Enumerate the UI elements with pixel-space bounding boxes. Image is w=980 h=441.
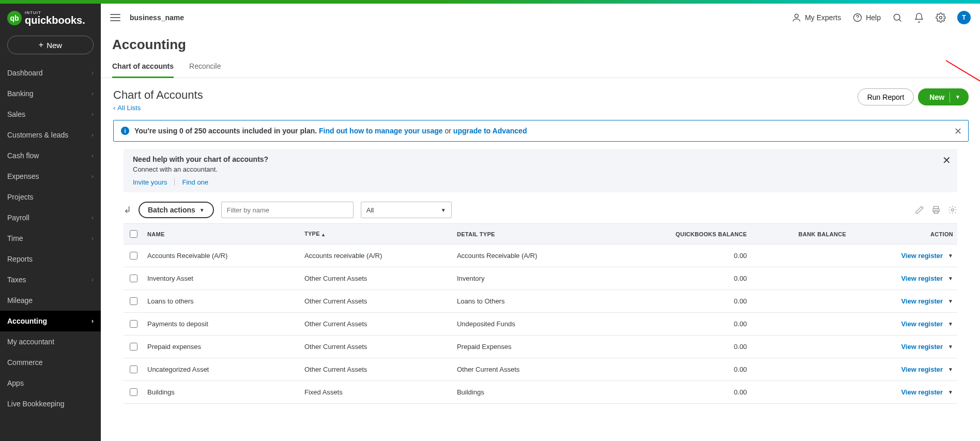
sidebar-item-commerce[interactable]: Commerce›	[0, 352, 101, 373]
view-register-link[interactable]: View register ▼	[901, 297, 953, 305]
sidebar-item-label: Payroll	[7, 214, 29, 222]
chevron-right-icon: ›	[91, 131, 94, 139]
sidebar-item-cash-flow[interactable]: Cash flow›	[0, 145, 101, 166]
sidebar-item-projects[interactable]: Projects›	[0, 187, 101, 207]
usage-or: or	[445, 127, 453, 135]
chevron-right-icon: ›	[91, 173, 94, 180]
help-link[interactable]: Help	[852, 12, 881, 23]
chevron-down-icon: ▼	[948, 298, 953, 304]
svg-rect-6	[934, 206, 939, 209]
row-checkbox[interactable]	[130, 252, 137, 260]
chevron-down-icon: ▼	[948, 321, 953, 327]
settings-icon[interactable]	[948, 205, 957, 215]
all-lists-link[interactable]: ‹ All Lists	[113, 104, 203, 112]
sidebar-item-reports[interactable]: Reports›	[0, 249, 101, 269]
bell-icon[interactable]	[914, 12, 924, 23]
sidebar: qb INTUIT quickbooks. + New Dashboard›Ba…	[0, 4, 101, 441]
usage-banner: i You're using 0 of 250 accounts include…	[113, 120, 969, 142]
sidebar-item-banking[interactable]: Banking›	[0, 83, 101, 104]
row-checkbox[interactable]	[130, 297, 137, 305]
upgrade-link[interactable]: upgrade to Advanced	[453, 127, 527, 135]
help-box: Need help with your chart of accounts? C…	[124, 149, 957, 192]
sidebar-new-button[interactable]: + New	[7, 36, 94, 54]
table-toolbar: ↲ Batch actions ▼ All ▼	[101, 202, 980, 223]
batch-actions-button[interactable]: Batch actions ▼	[139, 202, 214, 218]
col-detail[interactable]: DETAIL TYPE	[453, 224, 610, 245]
print-icon[interactable]	[931, 205, 941, 215]
new-button[interactable]: New ▼	[918, 88, 969, 105]
view-register-link[interactable]: View register ▼	[901, 343, 953, 351]
button-divider	[950, 92, 950, 102]
tab-reconcile[interactable]: Reconcile	[189, 62, 221, 78]
sidebar-item-label: Banking	[7, 89, 34, 98]
person-icon	[791, 12, 802, 23]
sidebar-item-dashboard[interactable]: Dashboard›	[0, 63, 101, 83]
manage-usage-link[interactable]: Find out how to manage your usage	[319, 127, 443, 135]
collapse-icon[interactable]: ↲	[124, 204, 131, 216]
sidebar-item-apps[interactable]: Apps›	[0, 373, 101, 393]
run-report-button[interactable]: Run Report	[858, 88, 914, 105]
row-checkbox[interactable]	[130, 275, 137, 282]
sidebar-item-my-accountant[interactable]: My accountant›	[0, 331, 101, 352]
cell-bank-balance	[751, 245, 850, 267]
row-checkbox[interactable]	[130, 343, 137, 351]
cell-detail: Inventory	[453, 267, 610, 290]
help-title: Need help with your chart of accounts?	[133, 155, 948, 163]
row-checkbox[interactable]	[130, 320, 137, 328]
svg-point-3	[894, 14, 900, 20]
search-icon[interactable]	[892, 12, 902, 23]
sidebar-item-live-bookkeeping[interactable]: Live Bookkeeping›	[0, 393, 101, 414]
plus-icon: +	[39, 40, 43, 50]
sidebar-item-time[interactable]: Time›	[0, 228, 101, 249]
view-register-link[interactable]: View register ▼	[901, 320, 953, 328]
invite-yours-link[interactable]: Invite yours	[133, 178, 167, 186]
table-row: Accounts Receivable (A/R)Accounts receiv…	[124, 245, 957, 267]
view-register-link[interactable]: View register ▼	[901, 366, 953, 373]
row-checkbox[interactable]	[130, 366, 137, 373]
my-experts-link[interactable]: My Experts	[791, 12, 841, 23]
chevron-down-icon: ▼	[441, 207, 446, 213]
chevron-down-icon: ▼	[948, 344, 953, 349]
select-all-checkbox[interactable]	[130, 230, 137, 238]
help-label: Help	[866, 13, 881, 22]
col-bank-balance[interactable]: BANK BALANCE	[751, 224, 850, 245]
sidebar-item-taxes[interactable]: Taxes›	[0, 269, 101, 290]
table-row: Inventory AssetOther Current AssetsInven…	[124, 267, 957, 290]
sidebar-item-payroll[interactable]: Payroll›	[0, 207, 101, 228]
gear-icon[interactable]	[936, 12, 946, 23]
sidebar-item-label: Commerce	[7, 358, 42, 367]
chevron-right-icon: ›	[91, 69, 94, 77]
col-type[interactable]: TYPE▲	[300, 224, 453, 245]
back-link-label: All Lists	[117, 104, 141, 112]
col-qb-balance[interactable]: QUICKBOOKS BALANCE	[610, 224, 751, 245]
cell-bank-balance	[751, 336, 850, 358]
cell-qb-balance: 0.00	[610, 290, 751, 313]
close-icon[interactable]: ✕	[942, 154, 951, 166]
view-register-link[interactable]: View register ▼	[901, 388, 953, 396]
edit-icon[interactable]	[915, 205, 924, 215]
sidebar-item-sales[interactable]: Sales›	[0, 104, 101, 125]
cell-detail: Buildings	[453, 381, 610, 404]
avatar[interactable]: T	[957, 11, 971, 24]
logo: qb INTUIT quickbooks.	[0, 4, 101, 31]
view-register-link[interactable]: View register ▼	[901, 275, 953, 282]
hamburger-icon[interactable]	[110, 14, 120, 21]
sidebar-item-mileage[interactable]: Mileage›	[0, 290, 101, 311]
cell-type: Other Current Assets	[300, 336, 453, 358]
col-name[interactable]: NAME	[143, 224, 300, 245]
row-checkbox[interactable]	[130, 388, 137, 396]
filter-input[interactable]	[221, 202, 354, 218]
cell-type: Other Current Assets	[300, 313, 453, 336]
tab-chart-of-accounts[interactable]: Chart of accounts	[112, 62, 174, 78]
table-row: Uncategorized AssetOther Current AssetsO…	[124, 358, 957, 381]
sidebar-item-label: Customers & leads	[7, 131, 68, 139]
sidebar-item-customers-leads[interactable]: Customers & leads›	[0, 125, 101, 145]
cell-qb-balance: 0.00	[610, 267, 751, 290]
close-icon[interactable]: ✕	[954, 126, 962, 137]
cell-detail: Prepaid Expenses	[453, 336, 610, 358]
type-filter-dropdown[interactable]: All ▼	[361, 202, 452, 218]
sidebar-item-accounting[interactable]: Accounting›	[0, 311, 101, 331]
sidebar-item-expenses[interactable]: Expenses›	[0, 166, 101, 187]
view-register-link[interactable]: View register ▼	[901, 252, 953, 260]
find-one-link[interactable]: Find one	[182, 178, 208, 186]
